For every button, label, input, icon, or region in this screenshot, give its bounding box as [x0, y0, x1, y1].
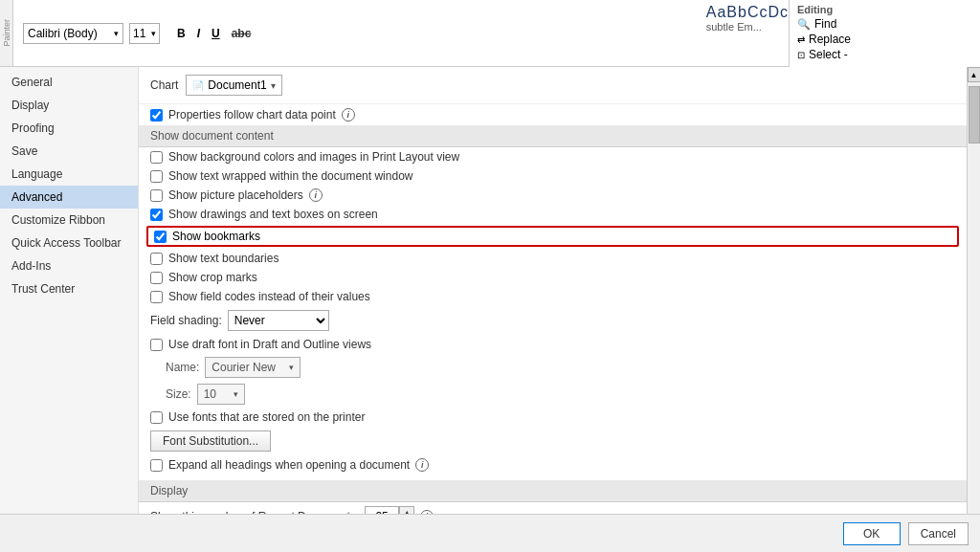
- replace-button[interactable]: ⇄ Replace: [797, 33, 972, 46]
- underline-button[interactable]: U: [208, 25, 224, 42]
- show-document-content-header: Show document content: [139, 125, 967, 147]
- picture-placeholders-checkbox[interactable]: [150, 189, 163, 202]
- settings-content: Chart 📄 Document1 ▾ Properties follow ch…: [139, 67, 967, 546]
- printer-fonts-row: Use fonts that are stored on the printer: [139, 408, 967, 427]
- expand-headings-label: Expand all headings when opening a docum…: [168, 458, 410, 472]
- chart-doc-icon: 📄: [192, 80, 204, 91]
- font-substitution-button[interactable]: Font Substitution...: [150, 431, 271, 452]
- settings-sidebar: General Display Proofing Save Language A…: [0, 67, 139, 546]
- bg-colors-checkbox[interactable]: [150, 151, 163, 164]
- field-codes-checkbox[interactable]: [150, 291, 163, 303]
- text-wrapped-checkbox[interactable]: [150, 170, 163, 183]
- select-icon: ⊡: [797, 50, 805, 60]
- field-shading-row: Field shading: Never Always When selecte…: [139, 306, 967, 335]
- sidebar-item-quick-access[interactable]: Quick Access Toolbar: [0, 232, 138, 254]
- replace-icon: ⇄: [797, 34, 805, 45]
- chart-dropdown[interactable]: 📄 Document1 ▾: [186, 75, 281, 96]
- font-size-input[interactable]: 10 ▾: [197, 384, 245, 405]
- picture-placeholders-info-icon: i: [309, 188, 323, 202]
- show-bookmarks-highlighted-row: Show bookmarks: [146, 226, 959, 247]
- field-codes-label: Show field codes instead of their values: [168, 290, 370, 303]
- sidebar-item-trust-center[interactable]: Trust Center: [0, 277, 138, 300]
- strikethrough-button[interactable]: abc: [228, 25, 256, 42]
- painter-label: Painter: [2, 19, 11, 47]
- crop-marks-checkbox[interactable]: [150, 272, 163, 284]
- drawings-row: Show drawings and text boxes on screen: [139, 205, 967, 224]
- sidebar-item-customize-ribbon[interactable]: Customize Ribbon: [0, 209, 138, 232]
- text-boundaries-row: Show text boundaries: [139, 249, 967, 268]
- text-boundaries-checkbox[interactable]: [150, 253, 163, 265]
- properties-row: Properties follow chart data point i: [139, 104, 967, 125]
- cancel-button[interactable]: Cancel: [908, 522, 969, 545]
- font-size-dropdown[interactable]: 11 ▾: [129, 23, 160, 44]
- expand-headings-row: Expand all headings when opening a docum…: [139, 455, 967, 475]
- bold-button[interactable]: B: [173, 25, 189, 42]
- dialog-bottom-bar: OK Cancel: [0, 514, 980, 552]
- properties-label: Properties follow chart data point: [168, 108, 336, 121]
- sidebar-item-save[interactable]: Save: [0, 140, 138, 163]
- font-name-arrow: ▾: [114, 29, 119, 38]
- scrollbar-up-arrow[interactable]: ▲: [968, 67, 981, 82]
- font-name-input[interactable]: Courier New ▾: [205, 357, 301, 378]
- find-icon: 🔍: [797, 18, 811, 31]
- text-boundaries-label: Show text boundaries: [168, 252, 278, 265]
- sidebar-item-language[interactable]: Language: [0, 163, 138, 186]
- name-label: Name:: [166, 361, 199, 374]
- font-size-arrow: ▾: [151, 29, 156, 38]
- italic-button[interactable]: I: [193, 25, 204, 42]
- sidebar-item-proofing[interactable]: Proofing: [0, 117, 138, 140]
- text-wrapped-label: Show text wrapped within the document wi…: [168, 169, 412, 183]
- sidebar-item-display[interactable]: Display: [0, 94, 138, 117]
- crop-marks-row: Show crop marks: [139, 268, 967, 287]
- draft-font-row: Use draft font in Draft and Outline view…: [139, 335, 967, 354]
- picture-placeholders-row: Show picture placeholders i: [139, 186, 967, 205]
- font-size-dropdown-arrow: ▾: [234, 389, 238, 399]
- aabbc-style-text: AaBbCcDc: [706, 4, 789, 21]
- bg-colors-row: Show background colors and images in Pri…: [139, 147, 967, 166]
- subtle-em-label: subtle Em...: [706, 21, 762, 33]
- crop-marks-label: Show crop marks: [168, 271, 257, 284]
- field-codes-row: Show field codes instead of their values: [139, 287, 967, 306]
- show-bookmarks-label: Show bookmarks: [172, 230, 260, 243]
- font-substitution-area: Font Substitution...: [139, 427, 967, 455]
- scrollbar-thumb[interactable]: [969, 86, 980, 144]
- scrollbar-track[interactable]: ▲ ▼: [967, 67, 980, 546]
- font-name-dropdown[interactable]: Calibri (Body) ▾: [23, 23, 123, 44]
- text-wrapped-row: Show text wrapped within the document wi…: [139, 166, 967, 186]
- display-section-header: Display: [139, 480, 967, 502]
- expand-headings-info-icon: i: [415, 458, 429, 472]
- printer-fonts-checkbox[interactable]: [150, 411, 163, 424]
- picture-placeholders-label: Show picture placeholders: [168, 188, 303, 202]
- font-name-dropdown-arrow: ▾: [289, 363, 294, 372]
- find-button[interactable]: 🔍 Find: [797, 17, 972, 31]
- printer-fonts-label: Use fonts that are stored on the printer: [168, 410, 365, 424]
- drawings-checkbox[interactable]: [150, 209, 163, 221]
- draft-font-label: Use draft font in Draft and Outline view…: [168, 338, 371, 351]
- sidebar-item-general[interactable]: General: [0, 71, 138, 94]
- sidebar-item-advanced[interactable]: Advanced: [0, 186, 138, 209]
- show-bookmarks-checkbox[interactable]: [154, 231, 167, 243]
- size-label: Size:: [166, 387, 191, 401]
- ok-button[interactable]: OK: [843, 522, 901, 545]
- expand-headings-checkbox[interactable]: [150, 459, 163, 472]
- draft-font-checkbox[interactable]: [150, 339, 163, 351]
- font-name-row: Name: Courier New ▾: [139, 354, 967, 381]
- bg-colors-label: Show background colors and images in Pri…: [168, 150, 459, 164]
- editing-section-label: Editing: [797, 4, 972, 15]
- properties-checkbox[interactable]: [150, 109, 163, 121]
- font-size-row: Size: 10 ▾: [139, 381, 967, 408]
- chart-dropdown-arrow: ▾: [271, 80, 276, 91]
- field-shading-dropdown[interactable]: Never Always When selected: [228, 310, 329, 331]
- chart-row: Chart 📄 Document1 ▾: [139, 67, 967, 104]
- sidebar-item-add-ins[interactable]: Add-Ins: [0, 254, 138, 277]
- properties-info-icon: i: [342, 108, 355, 121]
- field-shading-label: Field shading:: [150, 314, 222, 327]
- chart-label: Chart: [150, 78, 178, 92]
- select-button[interactable]: ⊡ Select -: [797, 48, 972, 61]
- drawings-label: Show drawings and text boxes on screen: [168, 208, 378, 221]
